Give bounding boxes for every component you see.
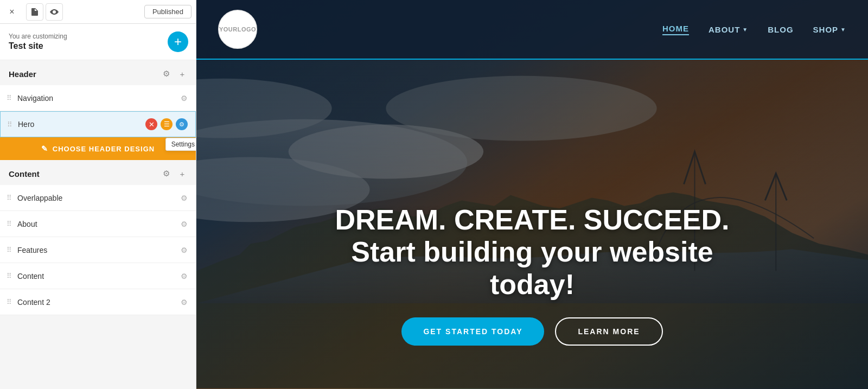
pencil-icon: ✎ <box>41 144 48 153</box>
overlappable-gear-icon[interactable]: ⚙ <box>177 192 190 205</box>
content-gear-icon[interactable]: ⚙ <box>160 168 172 180</box>
nav-shop-label: SHOP <box>813 25 839 34</box>
get-started-button[interactable]: GET STARTED TODAY <box>401 317 544 346</box>
nav-about-arrow-icon: ▼ <box>742 27 748 33</box>
features-label: Features <box>17 246 177 254</box>
nav-link-blog[interactable]: BLOG <box>768 25 793 34</box>
hero-reorder-button[interactable]: ☰ <box>161 118 173 130</box>
hero-delete-button[interactable]: ✕ <box>145 118 157 130</box>
sidebar-item-about[interactable]: ⠿ About ⚙ <box>0 211 196 237</box>
file-icon-button[interactable] <box>26 3 43 21</box>
main-nav: HOME ABOUT ▼ BLOG SHOP ▼ <box>662 24 846 35</box>
drag-handle-icon: ⠿ <box>7 220 12 228</box>
header-section-actions: ⚙ + <box>160 68 188 80</box>
nav-link-home[interactable]: HOME <box>662 24 689 35</box>
content-section-header: Content ⚙ + <box>0 160 196 185</box>
drag-handle-icon: ⠿ <box>7 94 12 102</box>
sidebar-item-hero[interactable]: ⠿ Hero ✕ ☰ ⚙ Settings <box>0 111 196 137</box>
drag-handle-icon: ⠿ <box>7 272 12 280</box>
drag-handle-icon: ⠿ <box>7 120 12 129</box>
about-gear-icon[interactable]: ⚙ <box>177 218 190 231</box>
topbar-icons <box>26 3 63 21</box>
hero-title: DREAM. CREATE. SUCCEED. Start building y… <box>288 204 776 301</box>
navigation-gear-icon[interactable]: ⚙ <box>177 92 190 105</box>
sidebar: × Published You are customizing Test sit… <box>0 0 196 389</box>
content-label: Content <box>17 272 177 280</box>
hero-settings-button[interactable]: ⚙ <box>176 118 188 130</box>
nav-link-shop[interactable]: SHOP ▼ <box>813 25 846 34</box>
hero-title-line1: DREAM. CREATE. SUCCEED. <box>288 204 776 237</box>
sidebar-item-navigation[interactable]: ⠿ Navigation ⚙ <box>0 85 196 111</box>
choose-header-label: CHOOSE HEADER DESIGN <box>53 145 155 153</box>
header-section-header: Header ⚙ + <box>0 60 196 85</box>
drag-handle-icon: ⠿ <box>7 246 12 254</box>
site-info-text: You are customizing Test site <box>9 33 67 51</box>
published-button[interactable]: Published <box>144 5 192 18</box>
content-section-title: Content <box>9 169 40 178</box>
hero-content: DREAM. CREATE. SUCCEED. Start building y… <box>288 204 776 346</box>
topbar: × Published <box>0 0 196 24</box>
drag-handle-icon: ⠿ <box>7 298 12 306</box>
hero-title-line3: today! <box>288 269 776 301</box>
header-gear-icon[interactable]: ⚙ <box>160 68 172 80</box>
content2-label: Content 2 <box>17 298 177 307</box>
add-section-button[interactable]: + <box>168 31 188 52</box>
about-label: About <box>17 220 177 228</box>
sidebar-item-features[interactable]: ⠿ Features ⚙ <box>0 237 196 263</box>
preview-icon-button[interactable] <box>46 3 63 21</box>
sidebar-item-overlappable[interactable]: ⠿ Overlappable ⚙ <box>0 185 196 211</box>
learn-more-button[interactable]: LEARN MORE <box>555 317 662 346</box>
content2-gear-icon[interactable]: ⚙ <box>177 296 190 309</box>
hero-title-line2: Start building your website <box>288 236 776 269</box>
preview-header: YOURLOGO HOME ABOUT ▼ BLOG SHOP ▼ <box>196 0 868 60</box>
logo: YOURLOGO <box>218 10 257 49</box>
sidebar-item-content[interactable]: ⠿ Content ⚙ <box>0 263 196 289</box>
drag-handle-icon: ⠿ <box>7 194 12 202</box>
hero-buttons: GET STARTED TODAY LEARN MORE <box>288 317 776 346</box>
customizing-label: You are customizing <box>9 33 67 40</box>
nav-about-label: ABOUT <box>709 25 740 34</box>
site-name: Test site <box>9 41 67 51</box>
sidebar-item-content2[interactable]: ⠿ Content 2 ⚙ <box>0 289 196 315</box>
site-info-panel: You are customizing Test site + <box>0 24 196 60</box>
content-section-actions: ⚙ + <box>160 168 188 180</box>
navigation-item-label: Navigation <box>17 94 177 103</box>
hero-item-label: Hero <box>18 120 145 129</box>
preview-area: YOURLOGO HOME ABOUT ▼ BLOG SHOP ▼ DREAM.… <box>196 0 868 389</box>
overlappable-label: Overlappable <box>17 194 177 202</box>
settings-tooltip: Settings <box>165 138 196 151</box>
nav-shop-arrow-icon: ▼ <box>840 27 846 33</box>
hero-item-actions: ✕ ☰ ⚙ <box>145 118 188 130</box>
content-plus-icon[interactable]: + <box>176 168 188 180</box>
content-gear-icon[interactable]: ⚙ <box>177 270 190 283</box>
header-section-title: Header <box>9 69 36 79</box>
header-plus-icon[interactable]: + <box>176 68 188 80</box>
nav-link-about[interactable]: ABOUT ▼ <box>709 25 748 34</box>
close-button[interactable]: × <box>4 4 20 20</box>
features-gear-icon[interactable]: ⚙ <box>177 244 190 257</box>
